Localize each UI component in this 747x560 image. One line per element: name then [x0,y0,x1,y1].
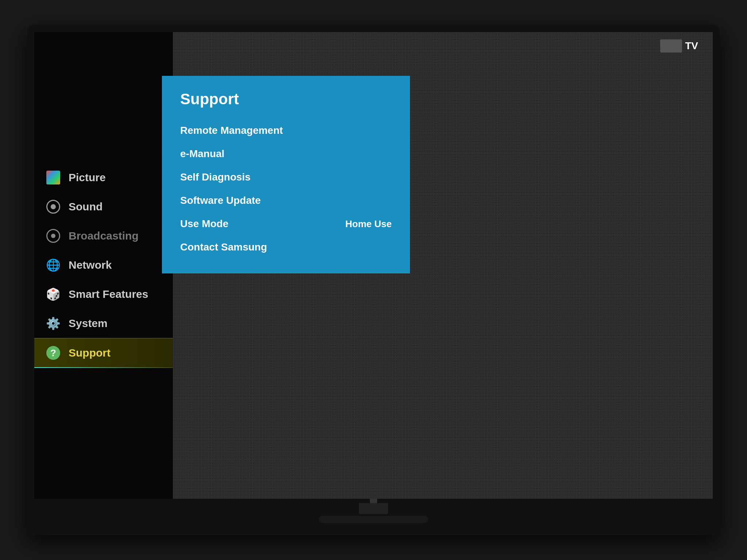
sidebar: Picture Sound Broadcasting 🌐 Network [34,32,173,499]
menu-item-remote-management[interactable]: Remote Management [180,119,392,142]
stand-connector [370,499,377,503]
sidebar-label-support: Support [69,347,111,359]
tv-stand-base [319,516,428,523]
smart-features-icon: 🎲 [45,286,61,302]
sidebar-item-network[interactable]: 🌐 Network [34,250,173,280]
tv-stand [359,503,388,514]
tv-screen: TV Picture Sound [34,32,713,499]
sidebar-item-picture[interactable]: Picture [34,163,173,192]
support-panel-title: Support [180,90,392,108]
menu-item-software-update[interactable]: Software Update [180,189,392,212]
sidebar-item-system[interactable]: ⚙️ System [34,309,173,338]
tv-frame: TV Picture Sound [27,25,720,535]
use-mode-value: Home Use [345,218,392,230]
remote-management-label: Remote Management [180,125,283,136]
menu-item-use-mode[interactable]: Use Mode Home Use [180,212,392,236]
tv-label: TV [660,39,698,52]
self-diagnosis-label: Self Diagnosis [180,171,251,183]
use-mode-label: Use Mode [180,218,228,230]
sidebar-label-system: System [69,317,108,330]
sound-icon [45,199,61,215]
sidebar-item-smart-features[interactable]: 🎲 Smart Features [34,280,173,309]
software-update-label: Software Update [180,195,261,206]
sidebar-item-support[interactable]: ? Support [34,338,173,368]
menu-item-self-diagnosis[interactable]: Self Diagnosis [180,166,392,189]
support-icon: ? [45,345,61,361]
tv-logo-box [660,39,682,52]
picture-icon [45,170,61,186]
broadcasting-icon [45,228,61,244]
tv-label-text: TV [685,40,698,52]
network-icon: 🌐 [45,257,61,273]
contact-samsung-label: Contact Samsung [180,241,267,253]
sidebar-label-picture: Picture [69,171,106,184]
support-panel: Support Remote Management e-Manual Self … [162,76,410,273]
system-icon: ⚙️ [45,315,61,331]
sidebar-item-sound[interactable]: Sound [34,192,173,221]
sidebar-item-broadcasting[interactable]: Broadcasting [34,221,173,250]
sidebar-label-network: Network [69,259,112,271]
menu-item-e-manual[interactable]: e-Manual [180,142,392,166]
sidebar-label-broadcasting: Broadcasting [69,230,139,242]
menu-item-contact-samsung[interactable]: Contact Samsung [180,236,392,259]
sidebar-label-sound: Sound [69,201,102,213]
e-manual-label: e-Manual [180,148,224,160]
sidebar-label-smart-features: Smart Features [69,288,148,300]
